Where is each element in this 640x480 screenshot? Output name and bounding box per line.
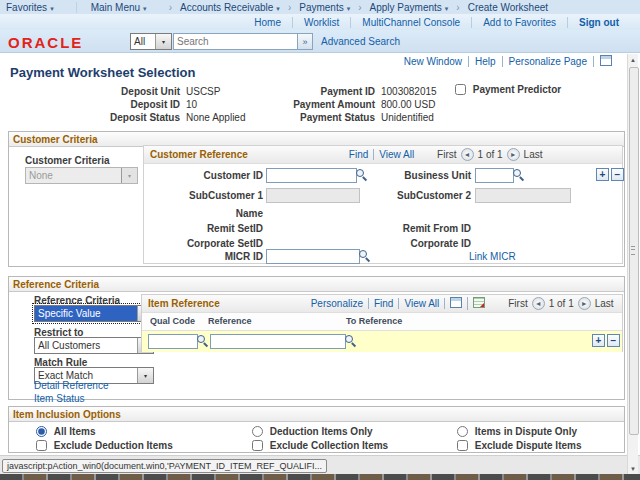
deposit-id-value: 10 (186, 99, 197, 110)
item-inclusion-section: Item Inclusion Options All Items Deducti… (8, 406, 625, 453)
select-arrow-icon: ▾ (137, 368, 153, 383)
scroll-up-icon[interactable]: ▲ (628, 54, 638, 65)
corporate-setid-label: Corporate SetID (146, 238, 263, 249)
all-items-label: All Items (54, 426, 96, 437)
grid-add-row-button[interactable]: + (592, 334, 605, 347)
new-window-link[interactable]: New Window (398, 56, 469, 67)
breadcrumb-item-accounts-receivable[interactable]: Accounts Receivable▾ (180, 2, 280, 13)
payment-predictor-checkbox[interactable] (455, 84, 466, 95)
qual-code-lookup-icon[interactable] (196, 334, 209, 347)
payment-status-field: Payment StatusUnidentified (265, 112, 434, 123)
add-row-button[interactable]: + (596, 168, 609, 181)
scrollbar-grip-icon (631, 246, 635, 255)
reference-lookup-icon[interactable] (344, 334, 357, 347)
multichannel-console-link[interactable]: MultiChannel Console (350, 17, 471, 28)
worklist-link[interactable]: Worklist (292, 17, 350, 28)
help-link[interactable]: Help (469, 56, 503, 67)
radio-items-in-dispute-only[interactable] (457, 426, 468, 437)
pager-prev-button[interactable]: ◄ (461, 148, 474, 161)
prev-arrow-icon: ◄ (464, 151, 471, 158)
deduction-items-only-label: Deduction Items Only (270, 426, 373, 437)
link-micr-link[interactable]: Link MICR (469, 251, 516, 262)
find-link[interactable]: Find (369, 298, 399, 309)
customer-criteria-select: None ▾ (25, 167, 138, 184)
add-to-favorites-link[interactable]: Add to Favorites (471, 17, 567, 28)
subcustomer1-label: SubCustomer 1 (146, 190, 263, 201)
vertical-scrollbar[interactable]: ▲ ▼ (627, 54, 638, 474)
customer-criteria-section: Customer Criteria Customer Criteria None… (8, 131, 625, 267)
pager-first[interactable]: First (437, 149, 456, 160)
prev-arrow-icon: ◄ (535, 300, 542, 307)
view-all-link[interactable]: View All (374, 149, 419, 160)
business-unit-lookup-icon[interactable] (512, 168, 525, 181)
qual-code-input[interactable] (148, 334, 198, 349)
page-action-links: New Window Help Personalize Page (398, 55, 612, 68)
download-grid-button[interactable] (468, 297, 490, 310)
delete-row-button[interactable]: − (611, 168, 624, 181)
restrict-to-select[interactable]: All Customers ▾ (34, 337, 154, 354)
window-icon (600, 55, 612, 66)
window-icon (450, 297, 462, 308)
pager-first[interactable]: First (508, 298, 527, 309)
checkbox-exclude-deduction-items[interactable] (36, 440, 47, 451)
item-reference-title: Item Reference (148, 298, 220, 309)
exclude-collection-items-option: Exclude Collection Items (252, 440, 388, 451)
checkbox-exclude-collection-items[interactable] (252, 440, 263, 451)
dropdown-arrow-icon: ▾ (347, 5, 351, 12)
pager-next-button[interactable]: ► (507, 148, 520, 161)
breadcrumb-chevron-icon: › (169, 2, 172, 13)
item-reference-row: + − (142, 331, 622, 352)
pager-last[interactable]: Last (524, 149, 543, 160)
item-reference-toolbar: Item Reference Personalize Find View All… (142, 295, 622, 313)
copy-url-button[interactable] (594, 55, 612, 68)
customer-reference-pager: First ◄ 1 of 1 ► Last (433, 148, 546, 161)
sign-out-link[interactable]: Sign out (567, 17, 630, 28)
micr-id-input[interactable] (266, 249, 360, 264)
reference-criteria-select[interactable]: Specific Value ▾ (34, 305, 154, 322)
breadcrumb-item-payments[interactable]: Payments▾ (299, 2, 350, 13)
home-link[interactable]: Home (243, 17, 292, 28)
detail-reference-link[interactable]: Detail Reference (34, 380, 108, 391)
deposit-id-field: Deposit ID10 (60, 99, 197, 110)
item-reference-grid: Item Reference Personalize Find View All… (141, 294, 623, 352)
advanced-search-link[interactable]: Advanced Search (321, 36, 400, 47)
status-bar-text: javascript:pAction_win0(document.win0,'P… (2, 459, 327, 473)
micr-id-lookup-icon[interactable] (358, 249, 371, 262)
business-unit-input[interactable] (475, 168, 514, 183)
scroll-down-icon[interactable]: ▼ (628, 463, 638, 474)
scrollbar-thumb[interactable] (629, 67, 639, 435)
personalize-link[interactable]: Personalize (306, 298, 369, 309)
corporate-id-label: Corporate ID (341, 238, 471, 249)
zoom-grid-button[interactable] (445, 297, 468, 310)
find-link[interactable]: Find (344, 149, 374, 160)
breadcrumb-item-apply-payments[interactable]: Apply Payments▾ (370, 2, 449, 13)
favorites-menu[interactable]: Favorites▾ (6, 2, 77, 13)
pager-next-button[interactable]: ► (578, 297, 591, 310)
breadcrumb-item-main-menu[interactable]: Main Menu▾ (91, 2, 147, 13)
payment-predictor-option: Payment Predictor (455, 84, 561, 95)
customer-reference-area: Customer Reference Find View All First ◄… (143, 145, 623, 264)
personalize-page-link[interactable]: Personalize Page (503, 56, 594, 67)
customer-id-label: Customer ID (146, 170, 263, 181)
search-go-button[interactable]: » (297, 33, 313, 50)
view-all-link[interactable]: View All (399, 298, 445, 309)
reference-input[interactable] (210, 334, 346, 349)
grid-delete-row-button[interactable]: − (607, 334, 620, 347)
item-status-link[interactable]: Item Status (34, 393, 85, 404)
search-scope-select[interactable]: All ▾ (130, 33, 172, 50)
subcustomer2-input (475, 188, 571, 203)
customer-reference-title: Customer Reference (150, 149, 248, 160)
payment-id-field: Payment ID1003082015 (265, 86, 437, 97)
item-inclusion-header: Item Inclusion Options (9, 407, 624, 422)
status-bar: javascript:pAction_win0(document.win0,'P… (0, 455, 640, 475)
radio-all-items[interactable] (36, 426, 47, 437)
pager-prev-button[interactable]: ◄ (532, 297, 545, 310)
search-input[interactable] (173, 33, 301, 50)
payment-amount-field: Payment Amount800.00 USD (265, 99, 435, 110)
checkbox-exclude-dispute-items[interactable] (457, 440, 468, 451)
radio-deduction-items-only[interactable] (252, 426, 263, 437)
pager-last[interactable]: Last (595, 298, 614, 309)
payment-id-value: 1003082015 (381, 86, 437, 97)
reference-criteria-header: Reference Criteria (9, 277, 624, 292)
deposit-status-field: Deposit StatusNone Applied (60, 112, 246, 123)
